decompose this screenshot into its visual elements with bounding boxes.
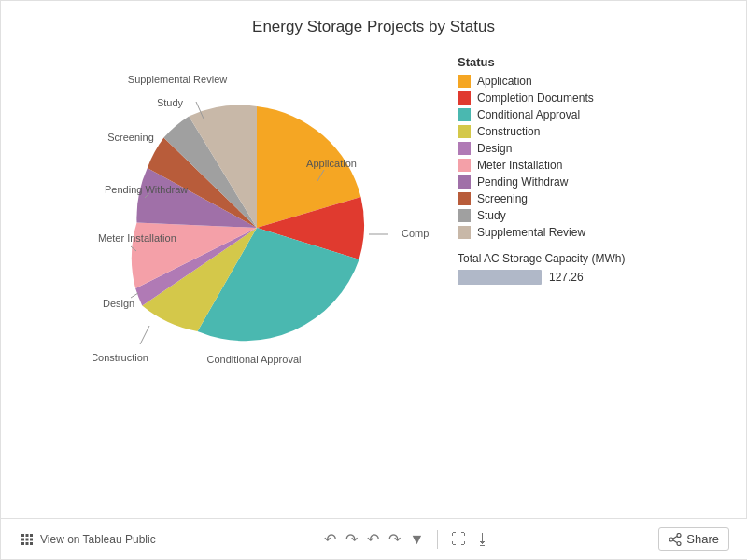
svg-rect-10 [21,538,24,540]
redo-icon[interactable]: ↷ [345,530,358,548]
svg-line-19 [673,536,677,539]
legend-item-application: Application [458,75,654,88]
legend-label-pending: Pending Withdraw [477,175,568,189]
legend-item-design: Design [458,142,654,155]
legend-item-screening: Screening [458,192,654,205]
share-label: Share [686,532,719,546]
svg-rect-15 [30,542,33,545]
svg-rect-8 [26,534,29,537]
legend-color-pending [458,175,471,189]
undo-icon[interactable]: ↶ [324,530,336,548]
svg-rect-7 [21,534,24,537]
legend-color-completion [458,91,471,105]
label-application: Application [306,158,357,169]
legend-label-completion: Completion Documents [477,91,594,105]
capacity-value: 127.26 [549,271,584,284]
footer-center: ↶ ↷ ↶ ↷ ▼ ⛶ ⭳ [324,530,491,549]
legend-color-conditional [458,108,471,121]
svg-rect-11 [26,538,29,540]
legend-color-application [458,75,471,88]
legend-section: Status Application Completion Documents … [458,55,654,285]
capacity-bar-row: 127.26 [458,270,654,285]
legend-color-supplemental [458,226,471,239]
download-icon[interactable]: ⭳ [475,531,490,548]
label-construction: Construction [93,352,148,363]
footer-left[interactable]: View on Tableau Public [20,532,156,547]
legend-label-conditional: Conditional Approval [477,108,580,121]
label-screening: Screening [107,132,154,143]
legend-item-conditional: Conditional Approval [458,108,654,121]
share-button[interactable]: Share [658,527,729,551]
undo2-icon[interactable]: ↶ [367,530,379,548]
svg-rect-13 [21,542,24,545]
label-supplemental: Supplemental Review [128,74,227,85]
legend-title: Status [458,55,654,69]
chart-title: Energy Storage Projects by Status [1,1,746,46]
share-icon [669,533,682,546]
svg-rect-12 [30,538,33,540]
legend-item-completion: Completion Documents [458,91,654,105]
label-completion: Completion Documents [402,228,430,239]
svg-line-2 [140,326,149,344]
legend-color-construction [458,125,471,138]
legend-item-meter: Meter Installation [458,159,654,172]
capacity-section: Total AC Storage Capacity (MWh) 127.26 [458,252,654,285]
legend-color-meter [458,159,471,172]
pie-svg: Application Completion Documents Conditi… [93,55,430,372]
legend-label-application: Application [477,75,532,88]
footer: View on Tableau Public ↶ ↷ ↶ ↷ ▼ ⛶ ⭳ Sha… [1,518,747,559]
label-meter: Meter Installation [98,232,176,244]
legend-item-supplemental: Supplemental Review [458,226,654,239]
legend-label-meter: Meter Installation [477,159,562,172]
svg-point-17 [669,538,673,541]
svg-point-16 [677,533,681,537]
svg-point-18 [677,541,681,545]
dropdown-arrow-icon[interactable]: ▼ [410,531,425,548]
legend-label-study: Study [477,209,506,222]
label-pending: Pending Withdraw [105,184,188,195]
legend-color-study [458,209,471,222]
footer-separator [437,530,438,549]
pie-chart: Application Completion Documents Conditi… [93,55,430,372]
label-conditional: Conditional Approval [207,354,302,365]
footer-right: Share [658,527,729,551]
expand-icon[interactable]: ⛶ [451,531,466,548]
tableau-label: View on Tableau Public [40,533,156,546]
legend-item-construction: Construction [458,125,654,138]
svg-line-20 [673,540,677,543]
svg-rect-9 [30,534,33,537]
legend-label-screening: Screening [477,192,528,205]
legend-item-pending: Pending Withdraw [458,175,654,189]
main-container: Energy Storage Projects by Status [0,0,747,560]
legend-color-screening [458,192,471,205]
chart-area: Application Completion Documents Conditi… [1,46,746,382]
legend-label-design: Design [477,142,512,155]
capacity-bar [458,270,542,285]
capacity-title: Total AC Storage Capacity (MWh) [458,252,654,265]
svg-rect-14 [26,542,29,545]
legend-item-study: Study [458,209,654,222]
legend-color-design [458,142,471,155]
tableau-icon [20,532,35,547]
label-design: Design [103,298,134,309]
redo2-icon[interactable]: ↷ [388,530,401,548]
legend-label-supplemental: Supplemental Review [477,226,585,239]
legend-label-construction: Construction [477,125,540,138]
label-study: Study [157,97,184,108]
